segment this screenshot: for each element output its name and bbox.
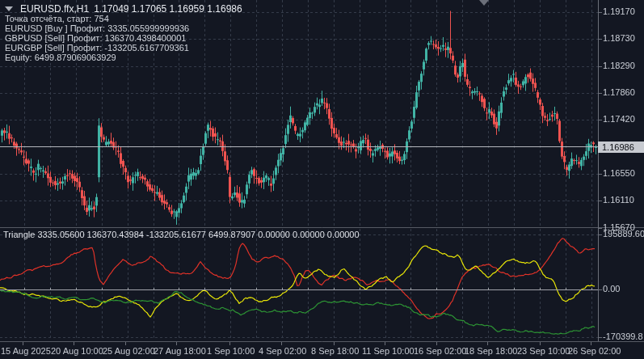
time-axis-label: 4 Sep 02:00	[259, 346, 306, 356]
main-chart-panel[interactable]: EURUSD.ffx,H11.17049 1.17065 1.16959 1.1…	[0, 0, 598, 227]
time-axis-label: 23 Sep 10:00	[517, 346, 570, 356]
time-axis-label: 15 Aug 2025	[1, 346, 51, 356]
time-axis-label: 11 Sep 10:00	[362, 346, 415, 356]
chart-collapse-triangle-icon[interactable]	[5, 6, 13, 11]
time-axis-label: 20 Aug 10:00	[51, 346, 103, 356]
chart-symbol-period: EURUSD.ffx,H1	[20, 3, 89, 15]
price-axis-label: 1.17860	[603, 87, 635, 97]
price-axis-label: -170399.8	[603, 332, 643, 341]
price-axis-label: 0.00	[603, 284, 620, 294]
time-axis-label: 25 Aug 02:00	[103, 346, 155, 356]
chart-title-bar: EURUSD.ffx,H11.17049 1.17065 1.16959 1.1…	[5, 3, 242, 15]
chart-ohlc-quotes: 1.17049 1.17065 1.16959 1.16986	[94, 3, 242, 15]
overlay-info-equity-line: Equity: 6499.879069063929	[5, 53, 116, 62]
time-axis[interactable]: 15 Aug 202520 Aug 10:0025 Aug 02:0027 Au…	[0, 342, 644, 359]
price-axis-label: 1.16550	[603, 168, 635, 178]
price-axis-label: 1.17420	[603, 114, 635, 124]
price-axis-label: 1.19170	[603, 6, 635, 16]
price-axis-label: 1.18290	[603, 61, 635, 70]
overlay-info-start-line: Точка отсчёта, старт: 754	[5, 14, 109, 23]
time-axis-label: 26 Sep 02:00	[568, 346, 621, 356]
price-axis-label: 195889.60	[603, 229, 644, 239]
price-axis-label: 1.16110	[603, 195, 634, 205]
time-axis-label: 1 Sep 10:00	[207, 346, 255, 356]
time-axis-label: 8 Sep 18:00	[311, 346, 359, 356]
chart-window: EURUSD.ffx,H11.17049 1.17065 1.16959 1.1…	[0, 0, 644, 359]
time-axis-label: 27 Aug 18:00	[154, 346, 206, 356]
indicator-values-label: Triangle 3335.05600 136370.43984 -133205…	[3, 230, 360, 239]
overlay-info-eurgbp-line: EURGBP [Sell] Профит: -133205.6167709361	[5, 43, 189, 53]
price-axis[interactable]: 1.16986 1.191701.187301.182901.178601.17…	[598, 0, 644, 341]
current-price-tag: 1.16986	[598, 141, 644, 153]
indicator-panel[interactable]: Triangle 3335.05600 136370.43984 -133205…	[0, 228, 598, 340]
overlay-info-gbpusd-line: GBPUSD [Sell] Профит: 136370.4398400001	[5, 33, 186, 43]
price-axis-label: 1.18730	[603, 33, 635, 43]
overlay-info-eurusd-line: EURUSD [Buy ] Профит: 3335.055999999936	[5, 23, 189, 33]
chart-top-marker-icon	[479, 0, 489, 6]
time-axis-label: 18 Sep 18:00	[465, 346, 517, 356]
time-axis-label: 16 Sep 02:00	[414, 346, 466, 356]
